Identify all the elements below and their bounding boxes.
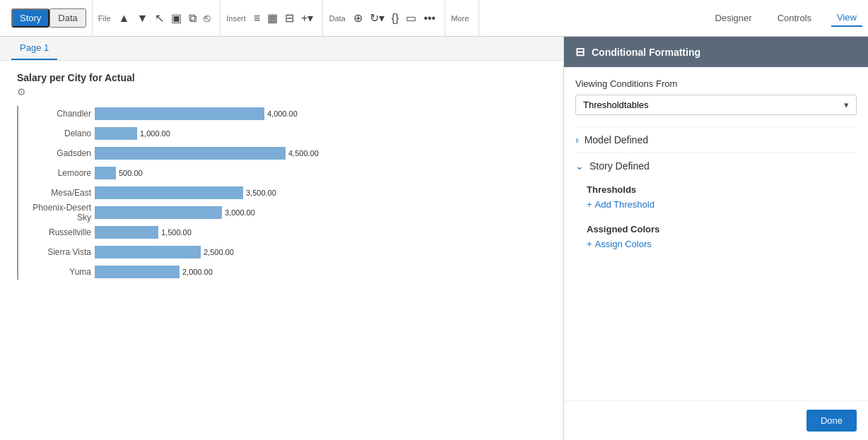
- assigned-colors-title: Assigned Colors: [587, 224, 857, 234]
- bar-fill: [95, 186, 243, 199]
- done-button[interactable]: Done: [807, 410, 857, 432]
- data-refresh-btn[interactable]: ↻▾: [366, 8, 388, 28]
- assign-colors-link[interactable]: + Assign Colors: [587, 239, 857, 249]
- bar-row: Phoenix-Desert Sky3,000.00: [95, 205, 546, 220]
- model-defined-label: Model Defined: [585, 134, 648, 145]
- nav-designer[interactable]: Designer: [710, 10, 758, 26]
- bar-fill: [95, 206, 222, 219]
- bar-value-label: 2,500.00: [204, 248, 234, 256]
- insert-filter-btn[interactable]: ⊟: [281, 8, 298, 28]
- bar-value-label: 2,000.00: [182, 268, 213, 276]
- page-tab-bar: Page 1: [0, 37, 563, 61]
- insert-table-btn[interactable]: ≡: [250, 9, 264, 28]
- bar-label: Russellville: [17, 227, 91, 237]
- page-1-tab[interactable]: Page 1: [11, 37, 57, 60]
- insert-chart-btn[interactable]: ▦: [264, 8, 281, 28]
- bar-row: Gadsden4,500.00: [95, 145, 546, 161]
- bar-row: Russellville1,500.00: [95, 225, 546, 240]
- bar-value-label: 3,000.00: [225, 208, 255, 217]
- bar-row: Mesa/East3,500.00: [95, 185, 546, 201]
- bar-label: Phoenix-Desert Sky: [17, 203, 91, 222]
- insert-section: Insert ≡ ▦ ⊟ +▾: [221, 0, 323, 36]
- pointer-btn[interactable]: ↖: [151, 8, 168, 28]
- copy-btn[interactable]: ⧉: [185, 9, 200, 28]
- bar-row: Yuma2,000.00: [95, 264, 546, 280]
- bar-label: Lemoore: [17, 168, 91, 178]
- panel-title: Conditional Formatting: [592, 47, 700, 58]
- bar-value-label: 500.00: [119, 169, 143, 177]
- bar-container: 3,000.00: [95, 206, 255, 219]
- bar-container: 4,500.00: [95, 147, 319, 160]
- story-tab[interactable]: Story: [11, 8, 49, 28]
- bar-container: 2,500.00: [95, 246, 234, 258]
- bar-chart: Chandler4,000.00Delano1,000.00Gadsden4,5…: [17, 106, 546, 280]
- more-section: More: [445, 0, 479, 36]
- thresholds-title: Thresholds: [587, 184, 857, 195]
- right-panel-header: ⊟ Conditional Formatting: [564, 37, 868, 67]
- data-more-btn[interactable]: •••: [420, 9, 439, 28]
- file-section: File ▲ ▼ ↖ ▣ ⧉ ⎋: [93, 0, 221, 36]
- story-defined-label: Story Defined: [590, 160, 650, 172]
- nav-view[interactable]: View: [831, 9, 862, 27]
- bar-container: 1,000.00: [95, 127, 170, 140]
- bar-row: Delano1,000.00: [95, 126, 546, 141]
- dropdown-value: Thresholdtables: [583, 100, 649, 110]
- gear-icon[interactable]: ⚙: [17, 86, 546, 97]
- bar-container: 1,500.00: [95, 226, 192, 239]
- plus-colors-icon: +: [587, 239, 592, 249]
- right-panel: ⊟ Conditional Formatting Viewing Conditi…: [564, 37, 868, 440]
- bar-row: Lemoore500.00: [95, 165, 546, 181]
- bar-label: Mesa/East: [17, 188, 91, 198]
- viewing-conditions-dropdown[interactable]: Thresholdtables ▾: [575, 95, 857, 115]
- insert-plus-btn[interactable]: +▾: [298, 8, 317, 28]
- bar-label: Delano: [17, 129, 91, 138]
- undo-btn[interactable]: ▲: [115, 9, 134, 28]
- data-code-btn[interactable]: {}: [388, 9, 403, 28]
- left-panel: Page 1 Salary per City for Actual ⚙ Chan…: [0, 37, 564, 440]
- bar-value-label: 3,500.00: [246, 189, 276, 197]
- story-data-tabs: Story Data: [6, 0, 93, 36]
- bar-container: 4,000.00: [95, 107, 298, 120]
- bar-value-label: 4,000.00: [267, 109, 298, 118]
- bar-row: Chandler4,000.00: [95, 106, 546, 121]
- add-threshold-link[interactable]: + Add Threshold: [587, 199, 857, 210]
- nav-right: Designer Controls View: [710, 9, 862, 27]
- bar-value-label: 1,000.00: [140, 129, 170, 138]
- redo-btn[interactable]: ▼: [133, 9, 151, 28]
- bar-value-label: 1,500.00: [161, 228, 192, 237]
- thresholds-subsection: Thresholds + Add Threshold: [575, 179, 857, 218]
- viewing-conditions-label: Viewing Conditions From: [575, 78, 857, 89]
- data-section: Data ⊕ ↻▾ {} ▭ •••: [323, 0, 445, 36]
- bar-fill: [95, 226, 158, 239]
- chevron-down-story-icon: ⌄: [575, 160, 584, 172]
- bar-fill: [95, 147, 286, 160]
- bar-row: Sierra Vista2,500.00: [95, 244, 546, 260]
- bar-container: 500.00: [95, 167, 143, 179]
- data-link-btn[interactable]: ⊕: [350, 8, 366, 28]
- bar-fill: [95, 167, 116, 179]
- bar-container: 3,500.00: [95, 186, 276, 199]
- data-tab[interactable]: Data: [49, 8, 86, 28]
- chart-area: Salary per City for Actual ⚙ Chandler4,0…: [0, 61, 563, 291]
- select-btn[interactable]: ▣: [168, 8, 185, 28]
- main-area: Page 1 Salary per City for Actual ⚙ Chan…: [0, 37, 868, 440]
- right-panel-content: Viewing Conditions From Thresholdtables …: [564, 67, 868, 400]
- share-btn[interactable]: ⎋: [200, 9, 214, 28]
- nav-controls[interactable]: Controls: [772, 10, 817, 26]
- bar-label: Gadsden: [17, 148, 91, 158]
- data-menu-label: Data: [329, 14, 345, 23]
- plus-threshold-icon: +: [587, 199, 592, 210]
- chevron-down-icon: ▾: [844, 100, 849, 110]
- bar-label: Chandler: [17, 109, 91, 119]
- file-label: File: [98, 14, 111, 23]
- bar-fill: [95, 127, 137, 140]
- story-defined-section[interactable]: ⌄ Story Defined: [575, 153, 857, 179]
- chevron-right-icon: ›: [575, 134, 579, 145]
- model-defined-section[interactable]: › Model Defined: [575, 126, 857, 153]
- bar-container: 2,000.00: [95, 266, 213, 278]
- bar-label: Sierra Vista: [17, 247, 91, 257]
- right-panel-footer: Done: [564, 400, 868, 440]
- bar-fill: [95, 246, 201, 258]
- bar-value-label: 4,500.00: [288, 149, 319, 157]
- data-monitor-btn[interactable]: ▭: [402, 8, 420, 28]
